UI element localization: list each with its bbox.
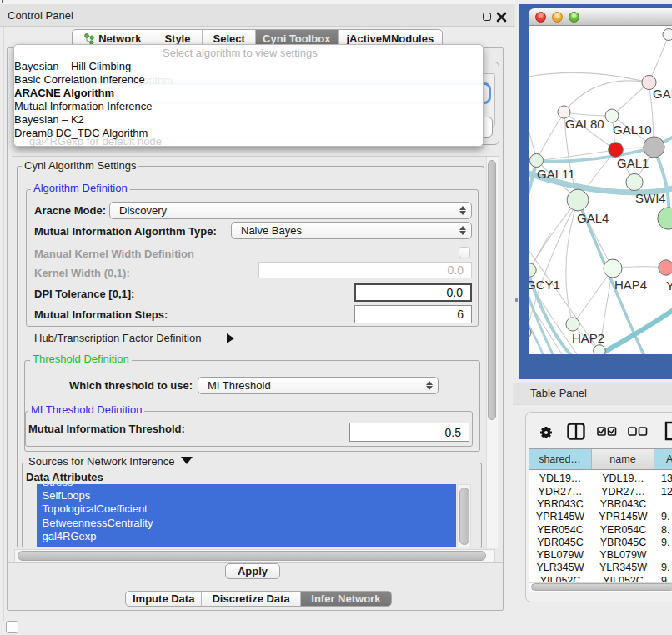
mi-steps-field[interactable]: 6 xyxy=(354,305,472,323)
sources-title-wrap: Sources for Network Inference xyxy=(26,456,195,468)
mi-algorithm-type-label: Mutual Information Algorithm Type: xyxy=(34,225,217,238)
network-node-GCY1[interactable] xyxy=(529,263,536,277)
network-edge[interactable] xyxy=(564,112,612,116)
scrollpane-top-edge xyxy=(12,156,499,157)
network-edge[interactable] xyxy=(529,200,578,327)
mi-threshold-field[interactable]: 0.5 xyxy=(349,422,469,442)
close-traffic-light[interactable] xyxy=(535,12,546,22)
attribute-list-item[interactable]: SelfLoops xyxy=(43,489,91,502)
document-icon[interactable] xyxy=(664,421,672,441)
table-row[interactable]: YDL19…YDL19…13 xyxy=(529,472,672,485)
network-edge[interactable] xyxy=(623,148,644,148)
table-cell: YER054C xyxy=(529,523,592,536)
network-view-titlebar[interactable] xyxy=(529,8,672,26)
network-edge[interactable] xyxy=(529,200,578,269)
table-row[interactable]: YDR27…YDR27…12 xyxy=(529,485,672,498)
table-cell: YDR27… xyxy=(529,485,592,498)
attribute-list-item[interactable]: TopologicalCoefficient xyxy=(43,502,148,516)
network-edge[interactable] xyxy=(537,112,564,160)
settings-vscrollbar-thumb[interactable] xyxy=(488,160,496,420)
attributes-vscrollbar-thumb[interactable] xyxy=(459,488,469,545)
settings-hscrollbar-thumb[interactable] xyxy=(18,551,486,561)
column-header-name[interactable]: name xyxy=(592,449,654,469)
manual-kernel-width-checkbox[interactable] xyxy=(459,247,470,258)
table-row[interactable]: YBR045CYBR045C9. xyxy=(529,536,672,548)
network-node-bottom[interactable] xyxy=(594,345,606,354)
combo-arrows-icon xyxy=(459,202,466,218)
network-node-label: GAL4 xyxy=(577,211,609,225)
network-edge[interactable] xyxy=(612,82,649,116)
network-node-top-right[interactable] xyxy=(663,29,672,41)
table-row[interactable]: YBR043CYBR043C xyxy=(529,498,672,510)
network-node-label: GAL80 xyxy=(565,117,604,131)
sources-title: Sources for Network Inference xyxy=(28,455,175,468)
network-node-label: GAL10 xyxy=(613,122,652,137)
node-table: shared… name A… YDL19…YDL19…13YDR27…YDR2… xyxy=(529,448,672,592)
tab-impute-data[interactable]: Impute Data xyxy=(126,592,202,606)
table-cell: YDL19… xyxy=(592,472,654,485)
zoom-traffic-light[interactable] xyxy=(569,12,579,22)
table-hscrollbar-thumb[interactable] xyxy=(531,583,672,591)
aracne-mode-combo[interactable]: Discovery xyxy=(109,202,472,219)
table-cell: YBL079W xyxy=(529,549,592,562)
table-row[interactable]: YPR145WYPR145W9. xyxy=(529,511,672,523)
popup-item[interactable]: ARACNE Algorithm xyxy=(14,87,114,100)
table-row[interactable]: YLR345WYLR345W9. xyxy=(529,562,672,574)
network-edge-highlighted[interactable] xyxy=(529,161,537,212)
hub-expand-arrow-icon[interactable] xyxy=(227,333,234,343)
unchecked-columns-icon[interactable] xyxy=(628,427,648,436)
cyni-algorithm-settings-title: Cyni Algorithm Settings xyxy=(22,160,138,172)
column-header-third[interactable]: A… xyxy=(654,449,672,469)
network-node-GAL1[interactable] xyxy=(609,142,624,158)
popup-item[interactable]: Bayesian – K2 xyxy=(14,113,84,127)
network-node-gray[interactable] xyxy=(644,137,664,158)
tab-infer-network[interactable]: Infer Network xyxy=(301,592,391,606)
table-cell xyxy=(654,549,672,562)
network-node-HAP2[interactable] xyxy=(566,318,579,331)
network-node-label: GCY1 xyxy=(529,278,560,292)
network-edge[interactable] xyxy=(573,268,613,324)
hub-definition-label: Hub/Transcription Factor Definition xyxy=(34,332,201,345)
table-row[interactable]: YER054CYER054C8. xyxy=(529,523,672,536)
minimize-traffic-light[interactable] xyxy=(552,12,563,22)
split-panel-icon[interactable] xyxy=(567,422,585,440)
network-edge[interactable] xyxy=(564,81,649,112)
tab-discretize-data[interactable]: Discretize Data xyxy=(202,592,300,606)
column-header-shared-name[interactable]: shared… xyxy=(529,449,592,469)
table-header-row: shared… name A… xyxy=(529,449,672,470)
table-cell: YDL19… xyxy=(529,472,592,485)
network-node-GAL11[interactable] xyxy=(529,153,543,167)
cyni-bottom-tabbar: Impute Data Discretize Data Infer Networ… xyxy=(125,591,392,607)
checked-columns-icon[interactable] xyxy=(597,427,617,436)
data-attributes-list[interactable]: StressSelfLoopsTopologicalCoefficientBet… xyxy=(37,484,456,548)
popup-item[interactable]: Dream8 DC_TDC Algorithm xyxy=(14,127,148,140)
network-node-GAL4[interactable] xyxy=(567,189,589,211)
apply-button[interactable]: Apply xyxy=(225,563,280,579)
which-threshold-combo[interactable]: MI Threshold xyxy=(198,377,439,394)
network-node-green-right[interactable] xyxy=(658,208,672,229)
which-threshold-label: Which threshold to use: xyxy=(69,379,193,392)
popup-item[interactable]: Basic Correlation Inference xyxy=(14,73,145,87)
popup-item[interactable]: Mutual Information Inference xyxy=(14,100,152,113)
network-node-SWI4[interactable] xyxy=(626,173,643,190)
close-icon[interactable] xyxy=(496,12,507,22)
network-node-Y-pink[interactable] xyxy=(659,260,672,275)
attribute-list-item[interactable]: BetweennessCentrality xyxy=(43,517,153,530)
table-row[interactable]: YBL079WYBL079W xyxy=(529,549,672,562)
dpi-tolerance-field[interactable]: 0.0 xyxy=(354,283,472,302)
attribute-list-item[interactable]: gal4RGexp xyxy=(43,530,97,543)
gear-icon[interactable] xyxy=(539,425,554,440)
popup-item[interactable]: Bayesian – Hill Climbing xyxy=(14,60,131,73)
network-node-HAP4[interactable] xyxy=(604,259,622,278)
network-node-label: HAP2 xyxy=(572,331,604,345)
network-canvas[interactable]: GAL7GAL80GAL10GAL1GAL11SWI4GAL4GCY1HAP4Y… xyxy=(529,26,672,354)
float-window-button[interactable] xyxy=(483,12,491,21)
network-edge-highlighted[interactable] xyxy=(600,311,672,354)
network-node-GAL10[interactable] xyxy=(605,109,619,122)
sources-collapse-arrow-icon[interactable] xyxy=(181,457,193,464)
table-cell: YER054C xyxy=(592,523,654,536)
combo-arrows-icon xyxy=(426,378,433,393)
kernel-width-field[interactable]: 0.0 xyxy=(258,262,472,278)
kernel-width-label: Kernel Width (0,1): xyxy=(34,267,130,280)
mi-algorithm-type-combo[interactable]: Naive Bayes xyxy=(231,222,472,239)
